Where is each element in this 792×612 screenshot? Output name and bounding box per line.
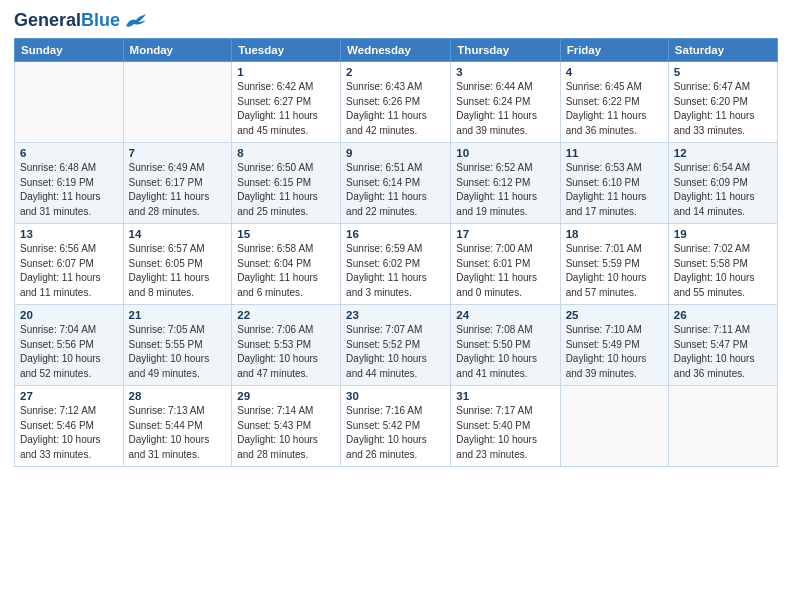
week-row-5: 27Sunrise: 7:12 AMSunset: 5:46 PMDayligh… (15, 386, 778, 467)
day-number: 16 (346, 228, 445, 240)
logo: GeneralBlue (14, 10, 150, 32)
calendar-cell: 22Sunrise: 7:06 AMSunset: 5:53 PMDayligh… (232, 305, 341, 386)
week-row-4: 20Sunrise: 7:04 AMSunset: 5:56 PMDayligh… (15, 305, 778, 386)
weekday-header-tuesday: Tuesday (232, 39, 341, 62)
calendar-cell: 28Sunrise: 7:13 AMSunset: 5:44 PMDayligh… (123, 386, 232, 467)
calendar-cell: 30Sunrise: 7:16 AMSunset: 5:42 PMDayligh… (341, 386, 451, 467)
day-number: 8 (237, 147, 335, 159)
day-number: 6 (20, 147, 118, 159)
day-number: 1 (237, 66, 335, 78)
weekday-header-monday: Monday (123, 39, 232, 62)
calendar-cell: 6Sunrise: 6:48 AMSunset: 6:19 PMDaylight… (15, 143, 124, 224)
day-info: Sunrise: 7:07 AMSunset: 5:52 PMDaylight:… (346, 323, 445, 381)
calendar-cell: 23Sunrise: 7:07 AMSunset: 5:52 PMDayligh… (341, 305, 451, 386)
logo-bird-icon (122, 10, 150, 32)
calendar-cell: 14Sunrise: 6:57 AMSunset: 6:05 PMDayligh… (123, 224, 232, 305)
day-info: Sunrise: 6:42 AMSunset: 6:27 PMDaylight:… (237, 80, 335, 138)
logo-text: GeneralBlue (14, 11, 120, 31)
day-info: Sunrise: 6:57 AMSunset: 6:05 PMDaylight:… (129, 242, 227, 300)
day-number: 12 (674, 147, 772, 159)
day-number: 15 (237, 228, 335, 240)
weekday-header-wednesday: Wednesday (341, 39, 451, 62)
day-number: 2 (346, 66, 445, 78)
day-number: 3 (456, 66, 554, 78)
day-info: Sunrise: 6:43 AMSunset: 6:26 PMDaylight:… (346, 80, 445, 138)
header: GeneralBlue (14, 10, 778, 32)
calendar-cell (15, 62, 124, 143)
day-number: 28 (129, 390, 227, 402)
day-number: 11 (566, 147, 663, 159)
calendar-table: SundayMondayTuesdayWednesdayThursdayFrid… (14, 38, 778, 467)
calendar-cell: 20Sunrise: 7:04 AMSunset: 5:56 PMDayligh… (15, 305, 124, 386)
day-info: Sunrise: 6:45 AMSunset: 6:22 PMDaylight:… (566, 80, 663, 138)
calendar-cell: 3Sunrise: 6:44 AMSunset: 6:24 PMDaylight… (451, 62, 560, 143)
day-info: Sunrise: 6:44 AMSunset: 6:24 PMDaylight:… (456, 80, 554, 138)
calendar-cell: 19Sunrise: 7:02 AMSunset: 5:58 PMDayligh… (668, 224, 777, 305)
page: GeneralBlue SundayMondayTuesdayWednesday… (0, 0, 792, 612)
day-info: Sunrise: 7:13 AMSunset: 5:44 PMDaylight:… (129, 404, 227, 462)
weekday-header-saturday: Saturday (668, 39, 777, 62)
day-number: 9 (346, 147, 445, 159)
day-info: Sunrise: 7:01 AMSunset: 5:59 PMDaylight:… (566, 242, 663, 300)
calendar-cell: 12Sunrise: 6:54 AMSunset: 6:09 PMDayligh… (668, 143, 777, 224)
day-number: 4 (566, 66, 663, 78)
calendar-cell: 13Sunrise: 6:56 AMSunset: 6:07 PMDayligh… (15, 224, 124, 305)
weekday-header-row: SundayMondayTuesdayWednesdayThursdayFrid… (15, 39, 778, 62)
calendar-cell: 31Sunrise: 7:17 AMSunset: 5:40 PMDayligh… (451, 386, 560, 467)
calendar-cell: 17Sunrise: 7:00 AMSunset: 6:01 PMDayligh… (451, 224, 560, 305)
day-number: 27 (20, 390, 118, 402)
day-info: Sunrise: 7:04 AMSunset: 5:56 PMDaylight:… (20, 323, 118, 381)
day-info: Sunrise: 7:16 AMSunset: 5:42 PMDaylight:… (346, 404, 445, 462)
day-number: 13 (20, 228, 118, 240)
calendar-cell: 21Sunrise: 7:05 AMSunset: 5:55 PMDayligh… (123, 305, 232, 386)
day-info: Sunrise: 7:00 AMSunset: 6:01 PMDaylight:… (456, 242, 554, 300)
week-row-1: 1Sunrise: 6:42 AMSunset: 6:27 PMDaylight… (15, 62, 778, 143)
day-info: Sunrise: 6:48 AMSunset: 6:19 PMDaylight:… (20, 161, 118, 219)
day-number: 5 (674, 66, 772, 78)
day-info: Sunrise: 7:05 AMSunset: 5:55 PMDaylight:… (129, 323, 227, 381)
weekday-header-sunday: Sunday (15, 39, 124, 62)
day-number: 29 (237, 390, 335, 402)
day-number: 7 (129, 147, 227, 159)
day-number: 20 (20, 309, 118, 321)
day-info: Sunrise: 7:02 AMSunset: 5:58 PMDaylight:… (674, 242, 772, 300)
day-info: Sunrise: 7:11 AMSunset: 5:47 PMDaylight:… (674, 323, 772, 381)
calendar-cell: 8Sunrise: 6:50 AMSunset: 6:15 PMDaylight… (232, 143, 341, 224)
day-info: Sunrise: 7:14 AMSunset: 5:43 PMDaylight:… (237, 404, 335, 462)
day-info: Sunrise: 6:56 AMSunset: 6:07 PMDaylight:… (20, 242, 118, 300)
day-info: Sunrise: 6:53 AMSunset: 6:10 PMDaylight:… (566, 161, 663, 219)
day-number: 17 (456, 228, 554, 240)
calendar-cell: 25Sunrise: 7:10 AMSunset: 5:49 PMDayligh… (560, 305, 668, 386)
week-row-2: 6Sunrise: 6:48 AMSunset: 6:19 PMDaylight… (15, 143, 778, 224)
calendar-cell: 1Sunrise: 6:42 AMSunset: 6:27 PMDaylight… (232, 62, 341, 143)
calendar-cell: 10Sunrise: 6:52 AMSunset: 6:12 PMDayligh… (451, 143, 560, 224)
calendar-cell: 2Sunrise: 6:43 AMSunset: 6:26 PMDaylight… (341, 62, 451, 143)
day-info: Sunrise: 6:54 AMSunset: 6:09 PMDaylight:… (674, 161, 772, 219)
day-info: Sunrise: 6:59 AMSunset: 6:02 PMDaylight:… (346, 242, 445, 300)
calendar-cell: 9Sunrise: 6:51 AMSunset: 6:14 PMDaylight… (341, 143, 451, 224)
day-info: Sunrise: 6:58 AMSunset: 6:04 PMDaylight:… (237, 242, 335, 300)
calendar-cell: 5Sunrise: 6:47 AMSunset: 6:20 PMDaylight… (668, 62, 777, 143)
calendar-cell: 24Sunrise: 7:08 AMSunset: 5:50 PMDayligh… (451, 305, 560, 386)
calendar-cell (123, 62, 232, 143)
calendar-cell: 18Sunrise: 7:01 AMSunset: 5:59 PMDayligh… (560, 224, 668, 305)
day-number: 25 (566, 309, 663, 321)
day-number: 26 (674, 309, 772, 321)
day-info: Sunrise: 7:12 AMSunset: 5:46 PMDaylight:… (20, 404, 118, 462)
calendar-cell: 16Sunrise: 6:59 AMSunset: 6:02 PMDayligh… (341, 224, 451, 305)
calendar-cell: 15Sunrise: 6:58 AMSunset: 6:04 PMDayligh… (232, 224, 341, 305)
day-number: 10 (456, 147, 554, 159)
day-number: 18 (566, 228, 663, 240)
day-info: Sunrise: 6:47 AMSunset: 6:20 PMDaylight:… (674, 80, 772, 138)
calendar-cell: 4Sunrise: 6:45 AMSunset: 6:22 PMDaylight… (560, 62, 668, 143)
calendar-cell: 29Sunrise: 7:14 AMSunset: 5:43 PMDayligh… (232, 386, 341, 467)
calendar-cell: 11Sunrise: 6:53 AMSunset: 6:10 PMDayligh… (560, 143, 668, 224)
week-row-3: 13Sunrise: 6:56 AMSunset: 6:07 PMDayligh… (15, 224, 778, 305)
day-number: 14 (129, 228, 227, 240)
day-number: 22 (237, 309, 335, 321)
day-info: Sunrise: 7:08 AMSunset: 5:50 PMDaylight:… (456, 323, 554, 381)
day-info: Sunrise: 6:50 AMSunset: 6:15 PMDaylight:… (237, 161, 335, 219)
weekday-header-thursday: Thursday (451, 39, 560, 62)
calendar-cell (560, 386, 668, 467)
day-number: 24 (456, 309, 554, 321)
